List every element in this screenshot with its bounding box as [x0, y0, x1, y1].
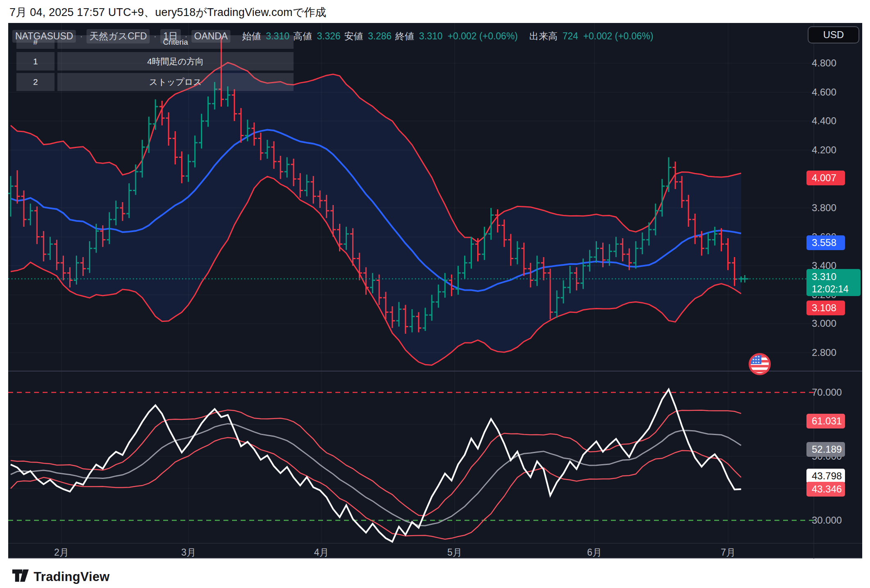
rsi-ma-label: 52.189 — [806, 442, 845, 457]
price-tick-label: 30.000 — [812, 515, 857, 526]
ohlc-low-label: 安値 — [344, 30, 363, 43]
legend-separator: · — [184, 31, 188, 42]
legend-separator: · — [80, 31, 83, 42]
ohlc-high-value: 3.326 — [317, 31, 341, 42]
legend-separator: · — [153, 31, 157, 42]
creation-caption: 7月 04, 2025 17:57 UTC+9、uery518がTradingV… — [9, 5, 326, 20]
volume-change-value: +0.002 (+0.06%) — [583, 31, 653, 42]
ohlc-close-label: 終値 — [395, 30, 414, 43]
rsi-band-upper-label: 61.031 — [806, 414, 845, 428]
price-tick-label: 4.400 — [812, 115, 857, 127]
legend-interval[interactable]: 1日 — [160, 29, 181, 43]
price-scale[interactable]: 4.8004.6004.4004.2003.8003.6003.4003.200… — [8, 23, 862, 559]
rsi-value-label: 43.798 — [806, 469, 845, 483]
tradingview-logo-icon — [12, 569, 29, 585]
ohlc-high-label: 高値 — [293, 30, 312, 43]
bb-basis-label: 3.558 — [806, 235, 845, 250]
rsi-band-lower-label: 43.346 — [806, 482, 845, 497]
symbol-legend: NATGASUSD · 天然ガスCFD · 1日 · OANDA 始値3.310… — [12, 30, 654, 43]
price-tick-label: 3.000 — [812, 318, 857, 329]
change-value: +0.002 (+0.06%) — [448, 31, 518, 42]
price-tick-label: 4.800 — [812, 57, 857, 69]
price-tick-label: 3.800 — [812, 202, 857, 214]
last-price-label: 3.31012:02:14 — [806, 269, 861, 296]
ohlc-low-value: 3.286 — [368, 31, 392, 42]
tradingview-logo[interactable]: TradingView — [12, 569, 109, 585]
price-tick-label: 2.800 — [812, 347, 857, 358]
volume-value: 724 — [563, 31, 578, 42]
legend-symbol[interactable]: NATGASUSD — [12, 30, 76, 43]
price-tick-label: 4.600 — [812, 87, 857, 98]
tradingview-logo-text: TradingView — [34, 570, 109, 584]
price-tick-label: 4.200 — [812, 144, 857, 156]
legend-exchange[interactable]: OANDA — [191, 30, 231, 43]
ohlc-open-label: 始値 — [242, 30, 261, 43]
ohlc-open-value: 3.310 — [266, 31, 289, 42]
volume-label: 出来高 — [529, 30, 558, 43]
bb-upper-label: 4.007 — [806, 171, 845, 185]
legend-description[interactable]: 天然ガスCFD — [87, 29, 150, 43]
ohlc-close-value: 3.310 — [419, 31, 443, 42]
currency-toggle-button[interactable]: USD — [808, 26, 859, 43]
price-tick-label: 70.000 — [812, 387, 857, 398]
bb-lower-label: 3.108 — [806, 301, 845, 315]
chart-container[interactable]: # Criteria 1 4時間足の方向 2 ストップロス NATGASUSD … — [8, 23, 862, 559]
